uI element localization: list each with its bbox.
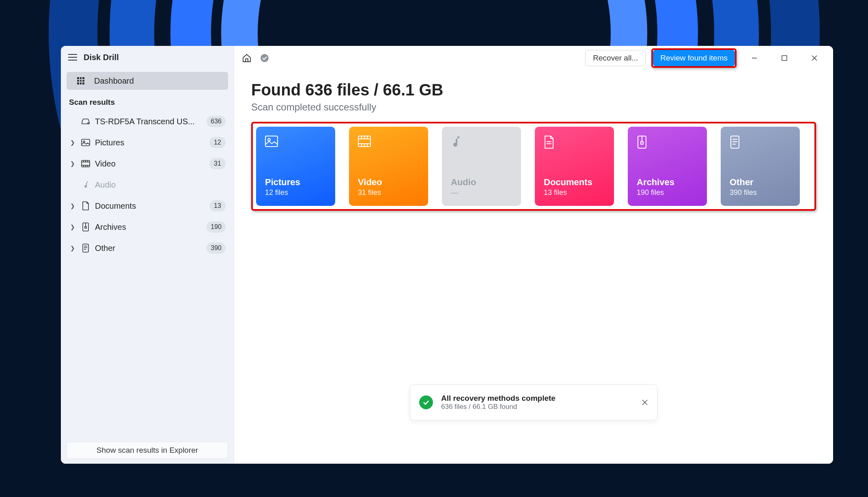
svg-point-19 [261,54,269,62]
sidebar-item-other[interactable]: ❯ Other 390 [67,238,228,259]
app-window: Disk Drill Dashboard Scan results TS-RDF… [61,46,833,464]
card-audio: Audio — [442,127,521,206]
scan-results-heading: Scan results [67,95,228,111]
card-title: Video [358,177,419,188]
card-subtitle: 12 files [265,188,326,197]
sidebar-item-audio[interactable]: Audio [67,174,228,195]
toast-subtitle: 636 files / 66.1 GB found [441,403,633,411]
card-other[interactable]: Other 390 files [721,127,800,206]
sidebar-item-label: Other [95,244,202,253]
card-title: Pictures [265,177,326,188]
svg-point-0 [88,123,88,123]
app-title: Disk Drill [84,53,119,62]
sidebar-item-video[interactable]: ❯ Video 31 [67,153,228,174]
sidebar-item-label: Documents [95,201,205,211]
card-title: Archives [637,177,698,188]
sidebar-item-archives[interactable]: ❯ Archives 190 [67,216,228,238]
card-archives[interactable]: Archives 190 files [628,127,707,206]
toast-title: All recovery methods complete [441,394,633,403]
drive-icon [80,118,91,125]
svg-point-25 [268,138,270,141]
card-pictures[interactable]: Pictures 12 files [256,127,335,206]
card-subtitle: 190 files [637,188,698,197]
sidebar-item-label: Pictures [95,138,205,147]
archives-icon [80,223,91,231]
documents-icon [80,201,91,210]
count-badge: 12 [209,137,226,148]
card-subtitle: 390 files [730,188,791,197]
card-documents[interactable]: Documents 13 files [535,127,614,206]
count-badge: 390 [207,242,226,254]
sidebar-item-label: Audio [95,180,226,190]
dashboard-button[interactable]: Dashboard [67,72,228,90]
count-badge: 13 [209,200,226,212]
audio-icon [80,181,91,189]
chevron-right-icon: ❯ [69,160,76,167]
other-icon [80,244,91,253]
dashboard-grid-icon [77,77,84,84]
checkmark-success-icon [419,395,433,409]
pictures-icon [80,139,91,146]
hamburger-menu-icon[interactable] [68,54,77,61]
home-icon[interactable] [241,52,253,64]
highlight-annotation: Pictures 12 files Video 31 files [251,122,816,211]
chevron-right-icon: ❯ [69,245,76,251]
completion-toast: All recovery methods complete 636 files … [410,385,657,420]
chevron-right-icon: ❯ [69,224,76,230]
explorer-button-label: Show scan results in Explorer [97,446,198,455]
documents-icon [544,136,557,149]
svg-rect-15 [83,244,88,252]
recover-all-button[interactable]: Recover all... [585,50,646,66]
card-title: Documents [544,177,605,188]
device-item[interactable]: TS-RDF5A Transcend US... 636 [67,111,228,132]
sidebar-item-label: Archives [95,223,202,232]
video-icon [358,136,371,149]
video-icon [80,160,91,167]
sidebar-item-pictures[interactable]: ❯ Pictures 12 [67,132,228,153]
main-content: Recover all... Review found items Found … [234,46,833,464]
topbar: Recover all... Review found items [234,46,833,70]
results-headline: Found 636 files / 66.1 GB [251,81,816,99]
svg-rect-21 [782,56,787,61]
audio-icon [451,136,464,149]
other-icon [730,136,743,149]
sidebar: Disk Drill Dashboard Scan results TS-RDF… [61,46,234,464]
toast-close-button[interactable] [642,399,648,406]
device-label: TS-RDF5A Transcend US... [95,117,202,126]
window-minimize-button[interactable] [742,50,767,66]
archives-icon [637,136,650,149]
chevron-right-icon: ❯ [69,139,76,146]
svg-rect-24 [265,136,278,147]
card-subtitle: 13 files [544,188,605,197]
window-maximize-button[interactable] [772,50,797,66]
card-title: Audio [451,177,512,188]
device-count-badge: 636 [207,116,226,127]
sidebar-item-label: Video [95,159,205,169]
sidebar-item-documents[interactable]: ❯ Documents 13 [67,195,228,216]
checkmark-status-icon[interactable] [258,52,271,64]
highlight-annotation: Review found items [651,48,737,68]
dashboard-label: Dashboard [94,76,134,86]
svg-rect-1 [82,139,90,146]
card-title: Other [730,177,791,188]
card-subtitle: — [451,188,512,197]
window-close-button[interactable] [802,50,827,66]
review-found-items-button[interactable]: Review found items [653,50,735,66]
svg-rect-14 [85,227,86,228]
show-in-explorer-button[interactable]: Show scan results in Explorer [67,442,228,459]
chevron-right-icon: ❯ [69,203,76,209]
results-subhead: Scan completed successfully [251,102,816,113]
card-video[interactable]: Video 31 files [349,127,428,206]
svg-rect-39 [641,142,643,144]
card-subtitle: 31 files [358,188,419,197]
pictures-icon [265,136,278,149]
count-badge: 31 [209,158,226,169]
count-badge: 190 [207,221,226,233]
